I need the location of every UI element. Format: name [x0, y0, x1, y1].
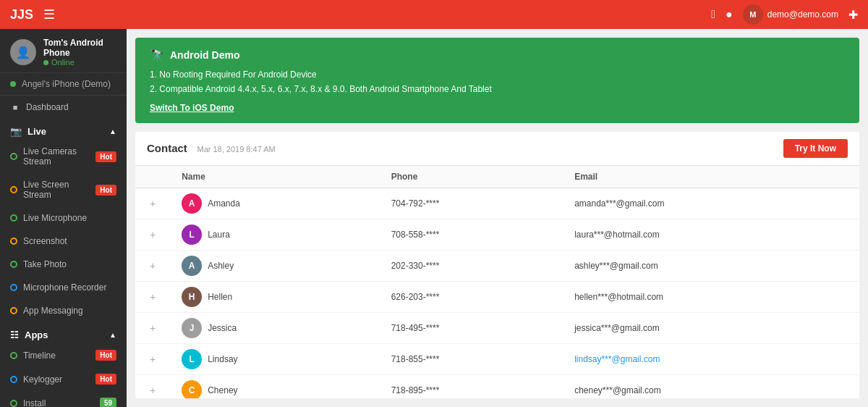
sidebar-other-device[interactable]: Angel's iPhone (Demo) — [0, 73, 127, 96]
contact-avatar: C — [182, 380, 202, 398]
device-status: Online — [43, 58, 116, 67]
user-avatar: M — [743, 4, 763, 25]
table-row: + C Cheney 718-895-**** cheney***@gmail.… — [135, 374, 859, 398]
timeline-dot — [10, 352, 17, 359]
live-screen-dot — [10, 186, 17, 193]
table-row: + L Laura 708-558-**** laura***@hotmail.… — [135, 219, 859, 250]
sidebar-item-screenshot[interactable]: Screenshot — [0, 230, 127, 253]
contact-email: hellen***@hotmail.com — [574, 292, 663, 302]
add-cell: + — [135, 188, 170, 219]
contact-name: Jessica — [208, 323, 237, 333]
contact-name: Hellen — [208, 292, 232, 302]
add-contact-button[interactable]: + — [147, 260, 158, 272]
add-cell: + — [135, 312, 170, 343]
contact-email: lindsay***@gmail.com — [574, 354, 660, 364]
table-row: + H Hellen 626-203-**** hellen***@hotmai… — [135, 281, 859, 312]
user-info: M demo@demo.com — [743, 4, 838, 25]
name-cell: A Amanda — [170, 188, 379, 219]
mic-recorder-label: Microphone Recorder — [23, 282, 106, 293]
col-name: Name — [170, 166, 379, 188]
sidebar-section-apps[interactable]: ☷ Apps ▲ — [0, 322, 127, 343]
try-now-button[interactable]: Try It Now — [783, 139, 848, 158]
hamburger-icon[interactable]: ☰ — [43, 7, 55, 22]
contact-header: Contact Mar 18, 2019 8:47 AM Try It Now — [135, 132, 859, 166]
add-contact-button[interactable]: + — [147, 353, 158, 365]
contact-name: Laura — [208, 230, 230, 240]
email-cell: hellen***@hotmail.com — [563, 281, 859, 312]
topbar: JJS ☰  ● M demo@demo.com ✚ — [0, 0, 868, 29]
col-add — [135, 166, 170, 188]
app-messaging-dot — [10, 307, 17, 314]
contact-email: amanda***@gmail.com — [574, 198, 664, 209]
add-cell: + — [135, 219, 170, 250]
contact-name: Amanda — [208, 198, 240, 209]
email-cell: laura***@hotmail.com — [563, 219, 859, 250]
other-device-dot — [10, 81, 16, 87]
share-icon[interactable]: ✚ — [848, 8, 858, 22]
add-cell: + — [135, 250, 170, 281]
live-mic-dot — [10, 214, 17, 222]
table-row: + L Lindsay 718-855-**** lindsay***@gmai… — [135, 343, 859, 374]
name-cell: C Cheney — [170, 374, 379, 398]
apple-icon:  — [711, 8, 715, 21]
sidebar-item-take-photo[interactable]: Take Photo — [0, 253, 127, 276]
sidebar-item-live-cameras[interactable]: Live Cameras Stream Hot — [0, 140, 127, 173]
contact-title: Contact — [147, 142, 187, 154]
add-contact-button[interactable]: + — [147, 385, 158, 396]
take-photo-dot — [10, 261, 17, 268]
add-contact-button[interactable]: + — [147, 198, 158, 209]
name-cell: J Jessica — [170, 312, 379, 343]
email-cell: lindsay***@gmail.com — [563, 343, 859, 374]
add-contact-button[interactable]: + — [147, 322, 158, 334]
live-icon: 📷 — [10, 126, 22, 137]
screenshot-label: Screenshot — [23, 236, 67, 246]
main-content: 🔭 Android Demo 1. No Rooting Required Fo… — [127, 29, 868, 407]
sidebar-item-mic-recorder[interactable]: Microphone Recorder — [0, 276, 127, 299]
phone-cell: 718-495-**** — [380, 312, 563, 343]
keylogger-label: Keylogger — [23, 374, 62, 385]
live-screen-badge: Hot — [95, 185, 116, 196]
add-contact-button[interactable]: + — [147, 291, 158, 303]
notification-icon[interactable]: ● — [726, 8, 733, 21]
topbar-right:  ● M demo@demo.com ✚ — [711, 4, 858, 25]
add-cell: + — [135, 374, 170, 398]
install-label: Install — [23, 398, 46, 408]
live-cameras-badge: Hot — [95, 151, 116, 162]
device-name: Tom's Android Phone — [43, 38, 116, 58]
name-cell: A Ashley — [170, 250, 379, 281]
live-mic-label: Live Microphone — [23, 213, 87, 223]
android-banner: 🔭 Android Demo 1. No Rooting Required Fo… — [135, 38, 859, 123]
switch-to-ios-link[interactable]: Switch To iOS Demo — [150, 103, 234, 113]
mic-recorder-dot — [10, 284, 17, 291]
sidebar-item-timeline[interactable]: Timeline Hot — [0, 343, 127, 367]
contact-email: jessica***@gmail.com — [574, 323, 660, 333]
timeline-badge: Hot — [95, 350, 116, 361]
apps-section-label: Apps — [25, 330, 48, 340]
sidebar-item-dashboard[interactable]: ■ Dashboard — [0, 96, 127, 119]
col-phone: Phone — [380, 166, 563, 188]
android-icon: 🔭 — [150, 48, 164, 62]
screenshot-dot — [10, 238, 17, 245]
apps-chevron-icon: ▲ — [109, 331, 116, 339]
sidebar-dashboard-label: Dashboard — [26, 102, 69, 112]
keylogger-badge: Hot — [95, 374, 116, 385]
add-contact-button[interactable]: + — [147, 229, 158, 240]
sidebar-item-live-screen[interactable]: Live Screen Stream Hot — [0, 173, 127, 206]
sidebar-section-live[interactable]: 📷 Live ▲ — [0, 119, 127, 140]
live-cameras-label: Live Cameras Stream — [23, 146, 90, 167]
email-cell: cheney***@gmail.com — [563, 374, 859, 398]
sidebar-item-app-messaging[interactable]: App Messaging — [0, 299, 127, 322]
contact-name: Lindsay — [208, 354, 237, 364]
banner-line2: 2. Compatible Android 4.4.x, 5.x, 6.x, 7… — [150, 82, 845, 96]
contact-avatar: L — [182, 225, 202, 245]
add-cell: + — [135, 343, 170, 374]
phone-cell: 718-855-**** — [380, 343, 563, 374]
sidebar-item-live-microphone[interactable]: Live Microphone — [0, 206, 127, 230]
other-device-name: Angel's iPhone (Demo) — [22, 79, 111, 89]
sidebar-item-install[interactable]: Install 59 — [0, 391, 127, 407]
apps-icon: ☷ — [10, 330, 19, 340]
active-device[interactable]: 👤 Tom's Android Phone Online — [0, 29, 127, 73]
banner-title: 🔭 Android Demo — [150, 48, 845, 62]
sidebar-item-keylogger[interactable]: Keylogger Hot — [0, 367, 127, 391]
contact-avatar: J — [182, 318, 202, 338]
